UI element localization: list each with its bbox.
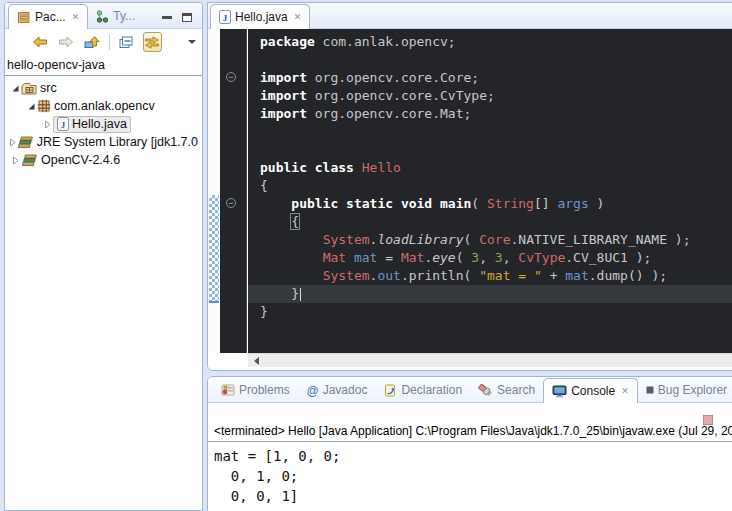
- tree-item-label-box: JRE System Library [jdk1.7.0: [17, 135, 202, 149]
- package-tree: srccom.anlak.opencvJHello.javaJRE System…: [5, 76, 202, 169]
- console-panel: Problems@JavadocDeclarationSearchConsole…: [207, 376, 732, 511]
- minimize-button[interactable]: [162, 16, 172, 19]
- collapse-all-button[interactable]: [117, 32, 136, 52]
- code-line[interactable]: import org.opencv.core.CvType;: [248, 87, 732, 105]
- fold-collapse-icon[interactable]: [226, 198, 236, 208]
- tree-item-label: OpenCV-2.4.6: [41, 153, 120, 167]
- code-token: (: [456, 250, 472, 265]
- code-line[interactable]: }: [248, 303, 732, 321]
- maximize-button[interactable]: [182, 13, 192, 22]
- code-token: com.anlak.opencv;: [315, 34, 456, 49]
- code-line[interactable]: import org.opencv.core.Core;: [248, 69, 732, 87]
- tab-bug-explorer[interactable]: Bug Explorer: [638, 378, 732, 402]
- tab-javadoc[interactable]: @Javadoc: [298, 378, 376, 402]
- folding-ruler: [220, 29, 247, 353]
- scroll-left-icon[interactable]: [254, 357, 259, 365]
- tree-item-jre-system-library-jdk1-7-0[interactable]: JRE System Library [jdk1.7.0: [5, 133, 202, 151]
- code-token: ,: [503, 250, 519, 265]
- link-with-editor-icon: [144, 36, 160, 49]
- code-line[interactable]: }: [248, 285, 732, 303]
- code-token: .NATIVE_LIBRARY_NAME );: [510, 232, 690, 247]
- tree-item-com-anlak-opencv[interactable]: com.anlak.opencv: [5, 97, 202, 115]
- declaration-icon: [383, 384, 397, 397]
- chevron-down-icon: [187, 39, 197, 45]
- code-token: (: [464, 232, 480, 247]
- code-line[interactable]: Mat mat = Mat.eye( 3, 3, CvType.CV_8UC1 …: [248, 249, 732, 267]
- view-menu-button[interactable]: [183, 32, 202, 52]
- tab-type-hierarchy[interactable]: Ty...: [88, 4, 143, 28]
- tab-label: Search: [497, 383, 535, 397]
- plugin-icon: [646, 386, 654, 394]
- code-line[interactable]: [248, 123, 732, 141]
- code-lines[interactable]: package com.anlak.opencv;import org.open…: [248, 29, 732, 353]
- code-token: }: [260, 286, 299, 301]
- tab-search[interactable]: Search: [470, 378, 543, 402]
- tab-console[interactable]: Console: [543, 378, 638, 403]
- up-button[interactable]: [83, 32, 102, 52]
- forward-button[interactable]: [57, 32, 76, 52]
- tab-package-explorer[interactable]: Pac...: [8, 4, 88, 29]
- java-file-icon: J: [57, 117, 69, 131]
- code-token: (: [471, 196, 487, 211]
- code-token: package: [260, 34, 315, 49]
- svg-text:@: @: [306, 384, 318, 397]
- code-token: args: [557, 196, 588, 211]
- code-line[interactable]: public class Hello: [248, 159, 732, 177]
- code-line[interactable]: {: [248, 177, 732, 195]
- code-line[interactable]: import org.opencv.core.Mat;: [248, 105, 732, 123]
- tree-item-opencv-2-4-6[interactable]: OpenCV-2.4.6: [5, 151, 202, 169]
- tab-problems[interactable]: Problems: [213, 378, 298, 402]
- code-token: loadLibrary: [377, 232, 463, 247]
- code-token: Mat: [401, 250, 424, 265]
- tree-twisty-icon[interactable]: [8, 138, 17, 147]
- code-line[interactable]: public static void main( String[] args ): [248, 195, 732, 213]
- fold-collapse-icon[interactable]: [226, 72, 236, 82]
- tree-twisty-icon[interactable]: [9, 156, 21, 165]
- tree-item-label-box: OpenCV-2.4.6: [21, 153, 124, 167]
- code-line[interactable]: [248, 141, 732, 159]
- tab-label: Pac...: [35, 10, 66, 24]
- code-line[interactable]: [248, 51, 732, 69]
- console-icon: [552, 385, 567, 398]
- library-icon: [21, 154, 38, 167]
- console-output: mat = [1, 0, 0; 0, 1, 0; 0, 0, 1]: [208, 442, 732, 506]
- code-line[interactable]: {: [248, 213, 732, 231]
- close-icon[interactable]: [292, 12, 302, 22]
- project-label: hello-opencv-java: [5, 55, 202, 76]
- tree-twisty-icon[interactable]: [9, 84, 21, 93]
- close-icon[interactable]: [619, 386, 629, 396]
- tree-item-label: com.anlak.opencv: [54, 99, 155, 113]
- tree-item-src[interactable]: src: [5, 79, 202, 97]
- code-line[interactable]: package com.anlak.opencv;: [248, 33, 732, 51]
- console-status-line: <terminated> Hello [Java Application] C:…: [208, 423, 732, 442]
- package-explorer-panel: Pac... Ty...: [4, 2, 203, 511]
- code-token: [260, 250, 323, 265]
- tab-label: Bug Explorer: [658, 383, 727, 397]
- horizontal-scrollbar[interactable]: [248, 353, 732, 367]
- search-icon: [478, 384, 493, 397]
- library-icon: [17, 136, 34, 149]
- tab-hello-java[interactable]: J Hello.java: [210, 4, 310, 29]
- code-line[interactable]: System.loadLibrary( Core.NATIVE_LIBRARY_…: [248, 231, 732, 249]
- code-token: import: [260, 88, 307, 103]
- code-token: ,: [479, 250, 495, 265]
- up-folder-icon: [84, 35, 100, 49]
- tab-label: Declaration: [401, 383, 462, 397]
- bottom-tabbar: Problems@JavadocDeclarationSearchConsole…: [208, 377, 732, 403]
- tab-declaration[interactable]: Declaration: [375, 378, 470, 402]
- tree-twisty-icon[interactable]: [25, 102, 37, 111]
- console-line: 0, 1, 0;: [214, 466, 732, 486]
- eclipse-window: Pac... Ty...: [0, 0, 732, 511]
- tree-item-label-box: com.anlak.opencv: [37, 99, 159, 113]
- back-button[interactable]: [31, 32, 50, 52]
- terminate-button[interactable]: [703, 415, 713, 425]
- code-token: =: [377, 250, 400, 265]
- code-line[interactable]: System.out.println( "mat = " + mat.dump(…: [248, 267, 732, 285]
- code-token: [354, 160, 362, 175]
- tree-twisty-icon[interactable]: [41, 120, 53, 129]
- close-icon[interactable]: [70, 12, 80, 22]
- code-token: public static void main: [291, 196, 471, 211]
- tree-item-hello-java[interactable]: JHello.java: [5, 115, 202, 133]
- type-hierarchy-icon: [96, 10, 109, 23]
- link-with-editor-button[interactable]: [143, 32, 162, 52]
